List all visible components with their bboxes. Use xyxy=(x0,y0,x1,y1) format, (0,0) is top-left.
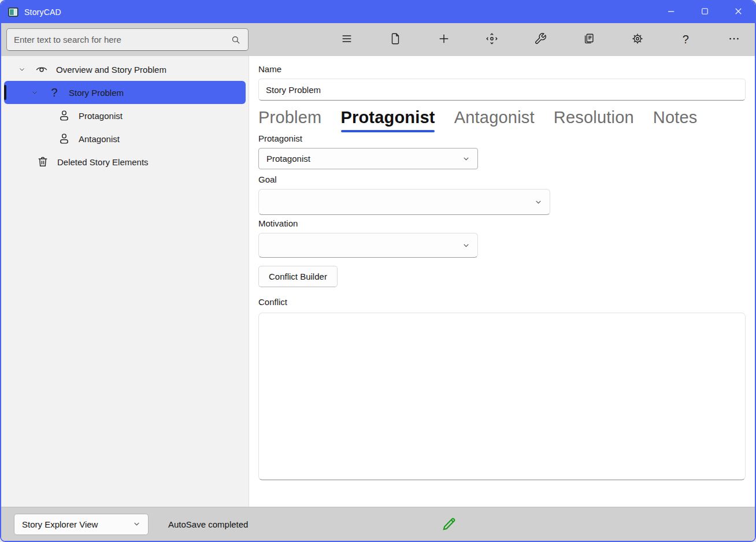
person-icon xyxy=(57,132,71,145)
edit-pencil-icon xyxy=(441,516,457,532)
expand-chevron[interactable] xyxy=(17,66,27,73)
detail-pane: Name Problem Protagonist Antagonist Reso… xyxy=(249,56,755,507)
tree-item-story-problem[interactable]: ? Story Problem xyxy=(4,81,246,104)
search-box[interactable] xyxy=(6,28,249,51)
protagonist-dropdown-value: Protagonist xyxy=(266,154,310,164)
trash-icon xyxy=(36,155,50,168)
menu-icon xyxy=(340,32,353,47)
minimize-icon xyxy=(666,6,677,18)
tree-item-antagonist[interactable]: Antagonist xyxy=(4,127,246,150)
search-icon xyxy=(231,35,241,45)
expand-chevron[interactable] xyxy=(30,89,39,96)
conflict-textarea[interactable] xyxy=(258,313,746,480)
app-logo-icon xyxy=(8,8,18,17)
help-icon: ? xyxy=(683,33,689,46)
conflict-label: Conflict xyxy=(258,297,746,307)
tab-antagonist[interactable]: Antagonist xyxy=(454,108,535,133)
goal-dropdown[interactable] xyxy=(258,189,550,215)
name-input[interactable] xyxy=(258,79,746,101)
ellipsis-icon xyxy=(728,32,740,47)
tree-item-label: Antagonist xyxy=(79,134,120,144)
name-label: Name xyxy=(258,64,746,74)
motivation-dropdown[interactable] xyxy=(258,233,478,258)
window-title: StoryCAD xyxy=(24,8,61,17)
protagonist-dropdown[interactable]: Protagonist xyxy=(258,148,478,169)
tree-item-label: Overview and Story Problem xyxy=(56,65,166,75)
new-document-icon xyxy=(389,32,402,47)
chevron-down-icon xyxy=(462,155,470,162)
move-element-button[interactable] xyxy=(481,29,503,51)
tree-item-protagonist[interactable]: Protagonist xyxy=(4,104,246,127)
toolbar-buttons: ? xyxy=(336,29,750,51)
person-icon xyxy=(57,109,71,122)
tree-item-deleted-elements[interactable]: Deleted Story Elements xyxy=(4,150,246,173)
copy-icon xyxy=(583,32,595,47)
move-icon xyxy=(486,32,498,47)
navigation-tree: Overview and Story Problem ? Story Probl… xyxy=(1,56,249,507)
settings-button[interactable] xyxy=(627,29,648,51)
motivation-label: Motivation xyxy=(258,218,746,228)
view-selector-value: Story Explorer View xyxy=(22,519,98,529)
tab-resolution[interactable]: Resolution xyxy=(554,108,634,133)
tab-protagonist[interactable]: Protagonist xyxy=(340,108,435,133)
app-window: StoryCAD xyxy=(0,0,756,542)
close-button[interactable] xyxy=(721,1,755,23)
eye-icon xyxy=(35,63,49,76)
tree-item-label: Story Problem xyxy=(69,88,124,98)
tab-problem[interactable]: Problem xyxy=(258,108,321,133)
add-element-button[interactable] xyxy=(433,29,455,51)
status-message: AutoSave completed xyxy=(168,519,248,529)
tree-item-overview[interactable]: Overview and Story Problem xyxy=(4,58,246,81)
more-button[interactable] xyxy=(723,29,745,51)
content-area: Overview and Story Problem ? Story Probl… xyxy=(1,56,755,507)
gear-icon xyxy=(631,32,644,47)
wrench-icon xyxy=(534,32,547,47)
question-mark-icon: ? xyxy=(47,87,61,98)
tools-button[interactable] xyxy=(529,29,551,51)
tab-notes[interactable]: Notes xyxy=(653,108,698,133)
help-button[interactable]: ? xyxy=(675,29,696,51)
close-icon xyxy=(733,6,744,18)
new-document-button[interactable] xyxy=(384,29,406,51)
view-selector-dropdown[interactable]: Story Explorer View xyxy=(14,514,149,535)
tree-item-label: Deleted Story Elements xyxy=(57,157,149,167)
title-bar: StoryCAD xyxy=(1,1,755,23)
protagonist-label: Protagonist xyxy=(258,133,746,143)
search-input[interactable] xyxy=(14,35,231,44)
chevron-down-icon xyxy=(462,242,470,249)
window-controls xyxy=(654,1,755,23)
toolbar: ? xyxy=(1,23,755,56)
tab-strip: Problem Protagonist Antagonist Resolutio… xyxy=(258,108,746,133)
maximize-icon xyxy=(699,6,710,18)
selection-indicator xyxy=(4,85,6,100)
copy-button[interactable] xyxy=(578,29,600,51)
status-bar: Story Explorer View AutoSave completed xyxy=(1,507,755,541)
chevron-down-icon xyxy=(133,519,140,529)
menu-button[interactable] xyxy=(336,29,358,51)
tree-item-label: Protagonist xyxy=(79,111,123,121)
goal-label: Goal xyxy=(258,175,746,184)
chevron-down-icon xyxy=(535,198,542,206)
plus-icon xyxy=(438,32,450,47)
maximize-button[interactable] xyxy=(688,1,721,23)
minimize-button[interactable] xyxy=(654,1,688,23)
conflict-builder-button[interactable]: Conflict Builder xyxy=(258,266,338,287)
